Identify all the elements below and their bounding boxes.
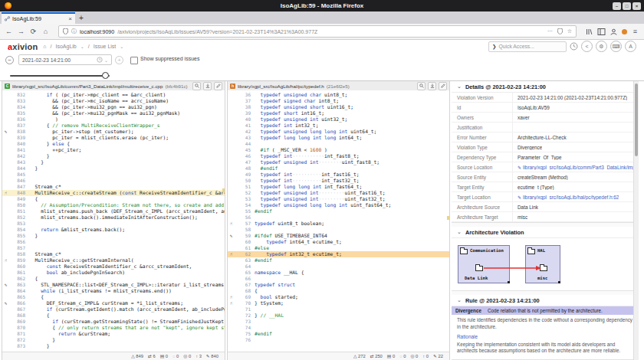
axivion-logo[interactable]: axivion — [8, 42, 38, 51]
code-line-40[interactable]: 40 typedef unsigned int uint32_t; — [228, 116, 449, 123]
sidebar-toggle-icon[interactable] — [597, 28, 606, 35]
version-slider-track[interactable] — [10, 75, 110, 77]
minimize-button[interactable]: – — [613, 2, 621, 10]
code-line-856[interactable]: 856 — [2, 239, 225, 245]
code-line-63[interactable]: 63#endif — [228, 257, 449, 263]
version-slider-handle[interactable] — [102, 72, 109, 79]
code-line-68[interactable]: 68{ — [228, 288, 449, 294]
code-line-872[interactable]: 872 } — [2, 337, 225, 343]
code-line-842[interactable]: 842 } — [2, 153, 225, 159]
account-icon[interactable] — [610, 28, 618, 35]
code-line-834[interactable]: 834 && (pc_iter->mui32_pgn == aui32_pgn) — [2, 104, 225, 110]
code-line-838[interactable]: ✎838 pc_iter->stop (mt_customer); — [2, 129, 225, 135]
code-line-43[interactable]: 43 typedef long long int long int64_t; — [228, 135, 449, 141]
site-info-icon[interactable]: ⓘ — [71, 28, 77, 35]
code-line-854[interactable]: 854 return &mlist_streams.back(); — [2, 227, 225, 233]
code-line-53[interactable]: 53 typedef unsigned int·········uint_fas… — [228, 196, 449, 202]
code-line-863[interactable]: ✎863 STL_NAMESPACE::list<DEF_Stream_c_IM… — [2, 282, 225, 288]
code-view[interactable]: 832 if ( (pc_iter->mpc_client == &arc_cl… — [2, 90, 225, 352]
code-line-71[interactable]: 71 — [228, 306, 449, 313]
code-line-48[interactable]: 48 #endif — [228, 165, 449, 172]
code-line-70[interactable]: ☝70} tSystem; — [228, 300, 449, 306]
settings-button[interactable]: ⚙ — [596, 41, 607, 52]
bookmark-star-icon[interactable]: ☆ — [567, 28, 572, 34]
code-line-865[interactable]: 865 { — [2, 294, 225, 300]
tab-close-icon[interactable]: × — [68, 15, 72, 22]
details-value-link[interactable]: ✎library/xgpl_src/IsoAgLib/hal/pc/typede… — [513, 195, 619, 200]
code-line-38[interactable]: 38 typedef unsigned short uint16_t; — [228, 104, 449, 110]
chevron-down-icon[interactable]: ⌄ — [104, 57, 108, 63]
code-line-850[interactable]: 850 // Assumption/Precondition: Stream n… — [2, 202, 225, 208]
code-line-832[interactable]: 832 if ( (pc_iter->mpc_client == &arc_cl… — [2, 92, 225, 98]
annotate-file-button[interactable] — [439, 82, 447, 90]
code-line-47[interactable]: 47 typedef unsigned int········uint_fast… — [228, 159, 449, 165]
home-icon[interactable]: ⌂ — [41, 28, 50, 35]
code-line-65[interactable]: 65namespace __HAL { — [228, 270, 449, 276]
breadcrumb-project[interactable]: IsoAgLib — [56, 44, 77, 49]
quick-access-input[interactable]: ❯ Quick Access... — [488, 41, 567, 52]
code-line-861[interactable]: 861 bool ab_includePgnInSearch) — [2, 270, 225, 276]
maximize-button[interactable]: □ — [623, 2, 631, 10]
code-line-833[interactable]: 833 && (pc_iter->mc_isoName == acrc_isoN… — [2, 98, 225, 104]
issue-marker-icon[interactable]: ☝ — [2, 257, 9, 263]
code-line-851[interactable]: 851 mlist_streams.push_back (DEF_Stream_… — [2, 208, 225, 214]
code-line-867[interactable]: 867 if (curStream.getIdent().match (arcc… — [2, 306, 225, 313]
code-line-52[interactable]: 52 typedef unsigned int·········uint_fas… — [228, 190, 449, 196]
code-line-873[interactable]: 873 } — [2, 343, 225, 349]
code-line-862[interactable]: 862 { — [2, 276, 225, 282]
code-line-868[interactable]: 868 { — [2, 313, 225, 319]
version-datetime-input[interactable]: 2021-02-23 14:21:00 ⌄ — [18, 54, 112, 65]
rule-section-header[interactable]: ⌄ Rule @ 2021-02-23 14:21:00 — [452, 295, 639, 306]
code-line-844[interactable]: 844 } — [2, 165, 225, 172]
module-box-hal[interactable]: HAL misc — [525, 245, 560, 283]
annotation-pencil-icon[interactable]: ✎ — [2, 282, 9, 288]
code-line-67[interactable]: 67typedef struct — [228, 282, 449, 288]
annotation-pencil-icon[interactable]: ✎ — [228, 233, 235, 239]
code-line-39[interactable]: 39 typedef short int16_t; — [228, 110, 449, 116]
code-line-864[interactable]: 864 while (i_list_streams != mlist_strea… — [2, 288, 225, 294]
file-path[interactable]: library/xgpl_src/IsoAgLib/hal/pc/typedef… — [238, 83, 324, 89]
scrollbar-thumb[interactable] — [635, 83, 638, 156]
library-icon[interactable] — [585, 28, 593, 35]
annotation-pencil-icon[interactable]: ✎ — [2, 129, 9, 135]
page-actions-icon[interactable]: ⋯ — [547, 28, 553, 34]
code-line-74[interactable]: 74 — [228, 325, 449, 331]
code-line-44[interactable]: 44 — [228, 141, 449, 147]
details-value-link[interactable]: ✎library/xgpl_src/IsoAgLib/comm/Part3_Da… — [513, 165, 639, 170]
code-line-846[interactable]: 846 — [2, 178, 225, 184]
code-line-62[interactable]: ☝62 typedef int32_t ecutime_t; — [228, 251, 449, 257]
annotation-pencil-icon[interactable]: ✎ — [2, 300, 9, 306]
code-line-60[interactable]: 60 typedef int64_t ecutime_t; — [228, 239, 449, 245]
code-line-859[interactable]: ☝859 MultiReceive_c::getStreamInternal( — [2, 257, 225, 263]
architecture-diagram[interactable]: Communication Data Link HAL misc — [458, 242, 565, 288]
extension-icon[interactable] — [622, 29, 627, 34]
code-line-866[interactable]: ✎866 DEF_Stream_c_IMPL& curStream = *i_l… — [2, 300, 225, 306]
code-line-852[interactable]: 852 mlist_streams.back().immediateInitAf… — [2, 214, 225, 221]
code-line-871[interactable]: 871 return &curStream; — [2, 331, 225, 337]
menu-icon[interactable]: ≡ — [631, 28, 639, 35]
code-line-69[interactable]: ☝69 bool started; — [228, 294, 449, 300]
code-line-849[interactable]: 849 { — [2, 196, 225, 202]
code-line-61[interactable]: 61#else — [228, 245, 449, 251]
annotate-file-button[interactable] — [214, 82, 222, 90]
code-view[interactable]: 36 typedef unsigned char uint8_t;37 type… — [228, 90, 449, 352]
breadcrumb-view[interactable]: Issue List — [94, 44, 117, 49]
browser-tab[interactable]: IsoAgLib:59 × — [2, 12, 75, 24]
tracking-shield-icon[interactable] — [63, 28, 68, 34]
file-path[interactable]: library/xgpl_src/IsoAgLib/comm/Part3_Dat… — [12, 83, 163, 89]
chevron-down-icon[interactable]: ⌄ — [120, 44, 123, 49]
code-line-55[interactable]: 55#endif — [228, 208, 449, 214]
details-section-header[interactable]: ⌄ Details @ 2021-02-23 14:21:00 — [452, 81, 639, 93]
search-in-file-button[interactable] — [417, 82, 426, 90]
issue-marker-icon[interactable]: ☝ — [2, 190, 9, 196]
code-line-42[interactable]: 42 typedef unsigned long long int uint64… — [228, 129, 449, 135]
module-box-communication[interactable]: Communication Data Link — [458, 245, 510, 283]
history-clock-icon[interactable] — [570, 42, 578, 51]
code-line-76[interactable]: 76 — [228, 337, 449, 343]
code-line-860[interactable]: 860 const ReceiveStreamIdentifier_c &arc… — [2, 263, 225, 270]
chevron-down-icon[interactable]: ⌄ — [80, 44, 84, 49]
code-line-853[interactable]: 853 — [2, 221, 225, 227]
code-line-41[interactable]: 41 typedef int int32_t; — [228, 123, 449, 129]
reload-icon[interactable]: ⟳ — [29, 28, 38, 35]
code-line-843[interactable]: 843 } — [2, 159, 225, 165]
